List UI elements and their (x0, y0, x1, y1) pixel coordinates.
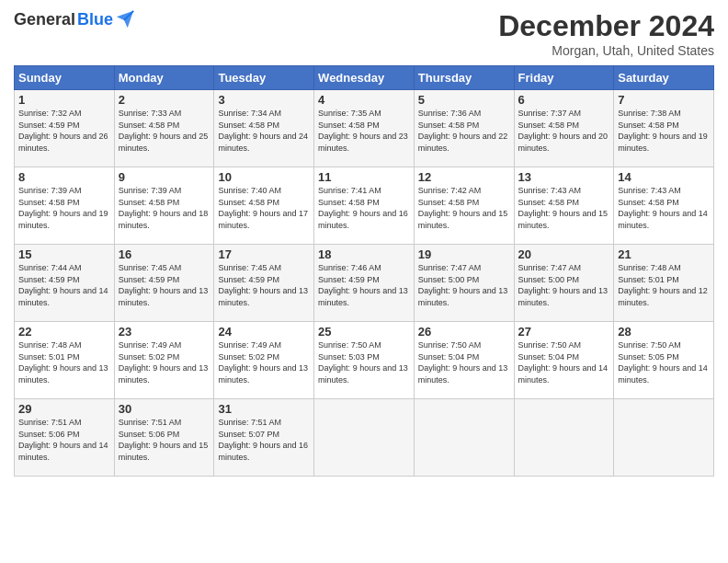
logo-bird-icon (115, 9, 135, 29)
table-row: 6Sunrise: 7:37 AM Sunset: 4:58 PM Daylig… (514, 90, 614, 167)
table-row: 4Sunrise: 7:35 AM Sunset: 4:58 PM Daylig… (314, 90, 415, 167)
calendar-table: Sunday Monday Tuesday Wednesday Thursday… (14, 65, 714, 477)
title-section: December 2024 Morgan, Utah, United State… (498, 9, 714, 58)
col-tuesday: Tuesday (214, 66, 314, 90)
table-row: 25Sunrise: 7:50 AM Sunset: 5:03 PM Dayli… (314, 322, 415, 399)
table-row: 30Sunrise: 7:51 AM Sunset: 5:06 PM Dayli… (114, 399, 214, 477)
col-wednesday: Wednesday (314, 66, 415, 90)
col-sunday: Sunday (15, 66, 115, 90)
logo-blue: Blue (77, 10, 113, 29)
table-row: 10Sunrise: 7:40 AM Sunset: 4:58 PM Dayli… (214, 167, 314, 245)
table-row: 21Sunrise: 7:48 AM Sunset: 5:01 PM Dayli… (614, 245, 714, 322)
col-saturday: Saturday (614, 66, 714, 90)
table-row: 9Sunrise: 7:39 AM Sunset: 4:58 PM Daylig… (114, 167, 214, 245)
table-row: 5Sunrise: 7:36 AM Sunset: 4:58 PM Daylig… (414, 90, 514, 167)
table-row: 23Sunrise: 7:49 AM Sunset: 5:02 PM Dayli… (114, 322, 214, 399)
table-row: 16Sunrise: 7:45 AM Sunset: 4:59 PM Dayli… (114, 245, 214, 322)
table-row (514, 399, 614, 477)
logo-general: General (14, 10, 75, 29)
calendar-subtitle: Morgan, Utah, United States (498, 43, 714, 58)
table-row (314, 399, 415, 477)
table-row: 2Sunrise: 7:33 AM Sunset: 4:58 PM Daylig… (114, 90, 214, 167)
table-row: 24Sunrise: 7:49 AM Sunset: 5:02 PM Dayli… (214, 322, 314, 399)
table-row: 20Sunrise: 7:47 AM Sunset: 5:00 PM Dayli… (514, 245, 614, 322)
col-thursday: Thursday (414, 66, 514, 90)
table-row: 17Sunrise: 7:45 AM Sunset: 4:59 PM Dayli… (214, 245, 314, 322)
table-row: 18Sunrise: 7:46 AM Sunset: 4:59 PM Dayli… (314, 245, 415, 322)
table-row: 11Sunrise: 7:41 AM Sunset: 4:58 PM Dayli… (314, 167, 415, 245)
table-row: 14Sunrise: 7:43 AM Sunset: 4:58 PM Dayli… (614, 167, 714, 245)
col-monday: Monday (114, 66, 214, 90)
table-row: 29Sunrise: 7:51 AM Sunset: 5:06 PM Dayli… (15, 399, 115, 477)
table-row: 3Sunrise: 7:34 AM Sunset: 4:58 PM Daylig… (214, 90, 314, 167)
table-row: 15Sunrise: 7:44 AM Sunset: 4:59 PM Dayli… (15, 245, 115, 322)
header: General Blue December 2024 Morgan, Utah,… (14, 9, 714, 58)
table-row (614, 399, 714, 477)
table-row: 7Sunrise: 7:38 AM Sunset: 4:58 PM Daylig… (614, 90, 714, 167)
table-row: 12Sunrise: 7:42 AM Sunset: 4:58 PM Dayli… (414, 167, 514, 245)
table-row: 31Sunrise: 7:51 AM Sunset: 5:07 PM Dayli… (214, 399, 314, 477)
table-row: 26Sunrise: 7:50 AM Sunset: 5:04 PM Dayli… (414, 322, 514, 399)
table-row: 13Sunrise: 7:43 AM Sunset: 4:58 PM Dayli… (514, 167, 614, 245)
table-row: 27Sunrise: 7:50 AM Sunset: 5:04 PM Dayli… (514, 322, 614, 399)
col-friday: Friday (514, 66, 614, 90)
calendar-title: December 2024 (498, 9, 714, 43)
table-row: 1Sunrise: 7:32 AM Sunset: 4:59 PM Daylig… (15, 90, 115, 167)
logo: General Blue (14, 9, 135, 29)
table-row (414, 399, 514, 477)
table-row: 19Sunrise: 7:47 AM Sunset: 5:00 PM Dayli… (414, 245, 514, 322)
calendar-header-row: Sunday Monday Tuesday Wednesday Thursday… (15, 66, 714, 90)
table-row: 8Sunrise: 7:39 AM Sunset: 4:58 PM Daylig… (15, 167, 115, 245)
table-row: 22Sunrise: 7:48 AM Sunset: 5:01 PM Dayli… (15, 322, 115, 399)
table-row: 28Sunrise: 7:50 AM Sunset: 5:05 PM Dayli… (614, 322, 714, 399)
